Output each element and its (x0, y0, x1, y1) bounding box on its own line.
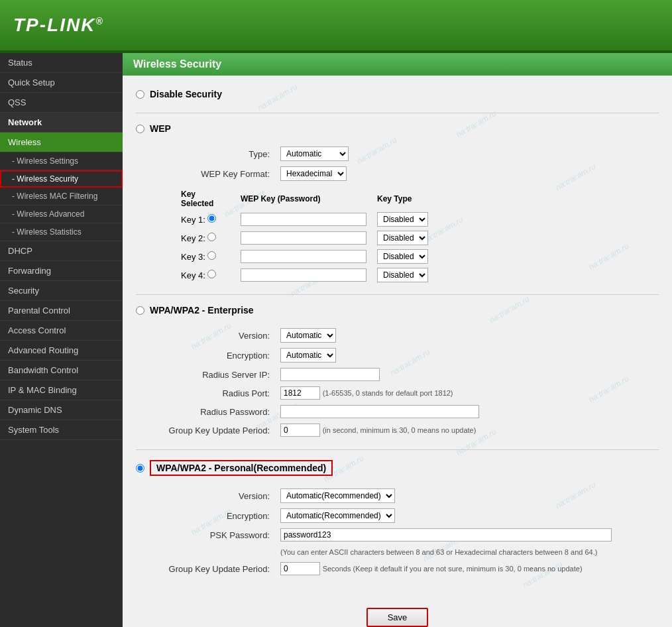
enterprise-version-select[interactable]: AutomaticWPAWPA2 (280, 328, 336, 343)
wep-section: WEP Type: Automatic Open System Shared K… (136, 120, 659, 284)
wep-key-2-row: Key 2: Disabled64bit128bit (176, 229, 433, 247)
save-button[interactable]: Save (366, 608, 429, 627)
wep-key-1-row: Key 1: Disabled64bit128bit (176, 210, 433, 229)
sidebar-item-advanced-routing[interactable]: Advanced Routing (0, 341, 123, 361)
enterprise-group-key-input[interactable] (280, 424, 320, 437)
radius-port-input[interactable] (280, 386, 320, 400)
wpa-personal-section: WPA/WPA2 - Personal(Recommended) Version… (136, 457, 659, 578)
enterprise-encryption-select[interactable]: AutomaticTKIPAES (280, 348, 336, 363)
sidebar-item-ip-mac-binding[interactable]: IP & MAC Binding (0, 380, 123, 400)
key1-label: Key 1: (176, 210, 235, 229)
main-content: na:trai:am.ru na:trai:am.ru na:trai:am.r… (123, 53, 672, 627)
psk-password-hint: (You can enter ASCII characters between … (280, 548, 597, 556)
sidebar: Status Quick Setup QSS Network Wireless … (0, 53, 123, 627)
key1-input[interactable] (241, 213, 366, 226)
radius-password-label: Radius Password: (156, 402, 275, 421)
personal-version-label: Version: (156, 486, 275, 506)
sidebar-item-forwarding[interactable]: Forwarding (0, 261, 123, 281)
sidebar-item-wireless-statistics[interactable]: - Wireless Statistics (0, 223, 123, 241)
wep-key-format-label: WEP Key Format: (156, 164, 275, 184)
sidebar-item-wireless-advanced[interactable]: - Wireless Advanced (0, 205, 123, 223)
wep-key-password-header: WEP Key (Password) (235, 188, 372, 210)
radius-password-input[interactable] (280, 405, 479, 418)
personal-group-key-hint: Seconds (Keep it default if you are not … (323, 565, 583, 573)
key2-label: Key 2: (176, 229, 235, 247)
wpa-personal-radio[interactable] (136, 464, 144, 473)
sidebar-item-wireless-mac-filtering[interactable]: - Wireless MAC Filtering (0, 188, 123, 205)
radius-port-hint: (1-65535, 0 stands for default port 1812… (323, 389, 453, 397)
sidebar-item-wireless[interactable]: Wireless (0, 133, 123, 152)
wep-form-table: Type: Automatic Open System Shared Key W… (156, 144, 659, 184)
personal-group-key-input[interactable] (280, 562, 320, 575)
enterprise-version-label: Version: (156, 325, 275, 345)
wpa-personal-label: WPA/WPA2 - Personal(Recommended) (156, 463, 326, 473)
key3-radio[interactable] (207, 251, 216, 260)
sidebar-item-system-tools[interactable]: System Tools (0, 420, 123, 440)
key-selected-header: Key Selected (176, 188, 235, 210)
personal-encryption-label: Encryption: (156, 506, 275, 526)
key4-input[interactable] (241, 268, 366, 282)
key-type-header: Key Type (372, 188, 433, 210)
key4-label: Key 4: (176, 266, 235, 284)
logo: TP-LINK® (13, 15, 104, 36)
sidebar-item-wireless-settings[interactable]: - Wireless Settings (0, 152, 123, 170)
wep-type-label: Type: (156, 144, 275, 164)
enterprise-encryption-label: Encryption: (156, 345, 275, 365)
personal-version-select[interactable]: Automatic(Recommended)WPAWPA2 (280, 488, 395, 503)
header: TP-LINK® (0, 0, 672, 53)
sidebar-item-access-control[interactable]: Access Control (0, 321, 123, 341)
content-area: Disable Security WEP Type: Automatic (123, 76, 672, 598)
sidebar-item-bandwidth-control[interactable]: Bandwidth Control (0, 361, 123, 380)
psk-password-label: PSK Password: (156, 526, 275, 544)
wep-key-format-select[interactable]: Hexadecimal ASCII (280, 166, 347, 181)
disable-security-radio[interactable] (136, 90, 144, 99)
wpa-enterprise-form-table: Version: AutomaticWPAWPA2 Encryption: Au… (156, 325, 659, 439)
sidebar-item-network[interactable]: Network (0, 113, 123, 133)
key2-radio[interactable] (207, 233, 216, 241)
key3-type-select[interactable]: Disabled64bit128bit (377, 249, 428, 264)
save-bar: Save (123, 598, 672, 627)
key2-input[interactable] (241, 231, 366, 245)
personal-encryption-select[interactable]: Automatic(Recommended)TKIPAES (280, 508, 395, 523)
wep-keys-table: Key Selected WEP Key (Password) Key Type… (176, 188, 433, 284)
disable-security-label: Disable Security (150, 89, 222, 99)
sidebar-item-status[interactable]: Status (0, 53, 123, 73)
key4-type-select[interactable]: Disabled64bit128bit (377, 268, 428, 282)
sidebar-item-wireless-security[interactable]: - Wireless Security (0, 170, 123, 188)
radius-server-ip-label: Radius Server IP: (156, 365, 275, 384)
wpa-enterprise-radio[interactable] (136, 306, 144, 315)
sidebar-item-security[interactable]: Security (0, 281, 123, 301)
wep-key-4-row: Key 4: Disabled64bit128bit (176, 266, 433, 284)
wpa-personal-form-table: Version: Automatic(Recommended)WPAWPA2 E… (156, 486, 659, 578)
key3-input[interactable] (241, 250, 366, 263)
radius-server-ip-input[interactable] (280, 368, 380, 381)
wpa-enterprise-label: WPA/WPA2 - Enterprise (150, 305, 254, 315)
key1-radio[interactable] (207, 214, 216, 223)
personal-group-key-label: Group Key Update Period: (156, 559, 275, 578)
enterprise-group-key-label: Group Key Update Period: (156, 421, 275, 439)
key4-radio[interactable] (207, 270, 216, 278)
wep-type-select[interactable]: Automatic Open System Shared Key (280, 146, 349, 161)
sidebar-item-parental-control[interactable]: Parental Control (0, 301, 123, 321)
wep-radio[interactable] (136, 125, 144, 133)
enterprise-group-key-hint: (in second, minimum is 30, 0 means no up… (323, 426, 476, 434)
disable-security-section: Disable Security (136, 86, 659, 103)
key3-label: Key 3: (176, 247, 235, 266)
wep-label: WEP (150, 123, 171, 134)
sidebar-item-quick-setup[interactable]: Quick Setup (0, 73, 123, 93)
radius-port-label: Radius Port: (156, 384, 275, 402)
sidebar-item-qss[interactable]: QSS (0, 93, 123, 113)
page-title: Wireless Security (123, 53, 672, 76)
wpa-enterprise-section: WPA/WPA2 - Enterprise Version: Automatic… (136, 302, 659, 439)
wep-key-3-row: Key 3: Disabled64bit128bit (176, 247, 433, 266)
psk-password-input[interactable] (280, 528, 612, 542)
sidebar-item-dynamic-dns[interactable]: Dynamic DNS (0, 400, 123, 420)
sidebar-item-dhcp[interactable]: DHCP (0, 241, 123, 261)
key2-type-select[interactable]: Disabled64bit128bit (377, 231, 428, 245)
key1-type-select[interactable]: Disabled64bit128bit (377, 212, 428, 227)
